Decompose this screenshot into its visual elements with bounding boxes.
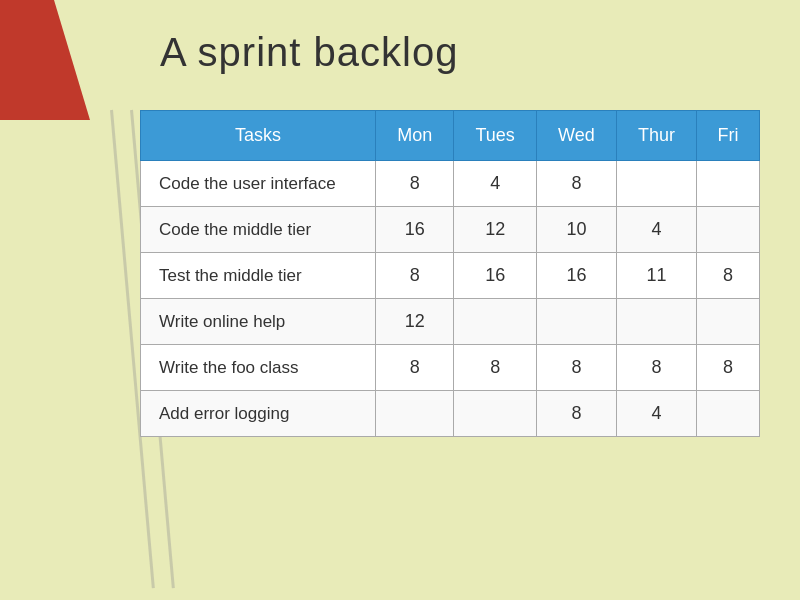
table-row: Test the middle tier81616118 — [141, 253, 760, 299]
cell-3-mon: 12 — [376, 299, 454, 345]
cell-4-tues: 8 — [454, 345, 537, 391]
page-title: A sprint backlog — [160, 30, 458, 75]
cell-4-mon: 8 — [376, 345, 454, 391]
sprint-backlog-table: Tasks Mon Tues Wed Thur Fri Code the use… — [140, 110, 760, 437]
cell-4-task: Write the foo class — [141, 345, 376, 391]
cell-2-thur: 11 — [616, 253, 696, 299]
table-row: Add error logging84 — [141, 391, 760, 437]
table-header-row: Tasks Mon Tues Wed Thur Fri — [141, 111, 760, 161]
cell-4-wed: 8 — [537, 345, 617, 391]
decoration-red-block — [0, 0, 90, 120]
cell-1-wed: 10 — [537, 207, 617, 253]
table-row: Code the user interface848 — [141, 161, 760, 207]
cell-1-fri — [697, 207, 760, 253]
cell-1-task: Code the middle tier — [141, 207, 376, 253]
cell-0-mon: 8 — [376, 161, 454, 207]
cell-5-wed: 8 — [537, 391, 617, 437]
cell-0-thur — [616, 161, 696, 207]
col-header-tasks: Tasks — [141, 111, 376, 161]
col-header-mon: Mon — [376, 111, 454, 161]
col-header-wed: Wed — [537, 111, 617, 161]
cell-5-mon — [376, 391, 454, 437]
cell-3-thur — [616, 299, 696, 345]
col-header-thur: Thur — [616, 111, 696, 161]
sprint-backlog-table-container: Tasks Mon Tues Wed Thur Fri Code the use… — [140, 110, 760, 560]
cell-2-mon: 8 — [376, 253, 454, 299]
cell-1-thur: 4 — [616, 207, 696, 253]
cell-3-wed — [537, 299, 617, 345]
cell-2-tues: 16 — [454, 253, 537, 299]
table-row: Code the middle tier1612104 — [141, 207, 760, 253]
cell-4-fri: 8 — [697, 345, 760, 391]
col-header-fri: Fri — [697, 111, 760, 161]
cell-5-task: Add error logging — [141, 391, 376, 437]
cell-0-fri — [697, 161, 760, 207]
cell-3-fri — [697, 299, 760, 345]
cell-1-tues: 12 — [454, 207, 537, 253]
table-row: Write the foo class88888 — [141, 345, 760, 391]
cell-5-fri — [697, 391, 760, 437]
cell-3-task: Write online help — [141, 299, 376, 345]
col-header-tues: Tues — [454, 111, 537, 161]
cell-5-tues — [454, 391, 537, 437]
cell-1-mon: 16 — [376, 207, 454, 253]
cell-2-fri: 8 — [697, 253, 760, 299]
cell-0-task: Code the user interface — [141, 161, 376, 207]
cell-0-tues: 4 — [454, 161, 537, 207]
cell-4-thur: 8 — [616, 345, 696, 391]
cell-0-wed: 8 — [537, 161, 617, 207]
cell-2-task: Test the middle tier — [141, 253, 376, 299]
table-row: Write online help12 — [141, 299, 760, 345]
cell-3-tues — [454, 299, 537, 345]
cell-2-wed: 16 — [537, 253, 617, 299]
cell-5-thur: 4 — [616, 391, 696, 437]
